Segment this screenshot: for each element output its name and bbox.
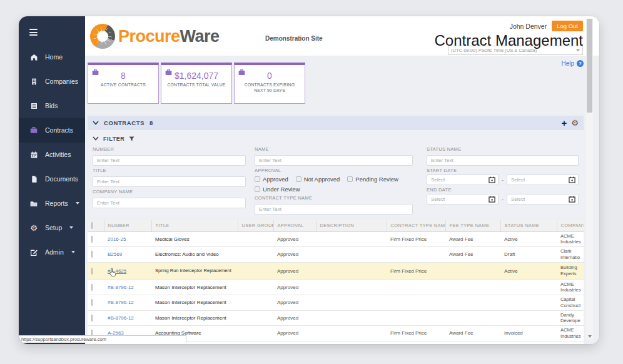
header-right: John Denver Log Out Contract Management … [435, 21, 583, 55]
sidebar-item-admin[interactable]: Admin [19, 240, 85, 265]
calendar-icon[interactable] [569, 196, 575, 203]
checkbox-pending-review[interactable]: Pending Review [347, 176, 398, 183]
calendar-icon[interactable] [569, 176, 575, 183]
calendar-icon[interactable] [489, 196, 495, 203]
sidebar-item-label: Activities [45, 151, 71, 158]
contract-number-link[interactable]: #B-8796-12 [108, 300, 134, 305]
sidebar-item-label: Bids [45, 102, 58, 109]
contract-number-link[interactable]: B2569 [108, 251, 122, 257]
col-contract-type[interactable]: CONTRACT TYPE NAME [387, 220, 445, 231]
row-checkbox[interactable] [91, 284, 93, 291]
field-label: STATUS NAME [427, 146, 579, 152]
checkbox-icon[interactable] [91, 222, 93, 229]
table-header-row: NUMBER TITLE USER GROUP ... APPROVAL DES… [88, 220, 584, 231]
site-label: Demonstration Site [265, 35, 323, 42]
help-link[interactable]: Help ? [561, 60, 584, 67]
caret-down-icon [69, 226, 73, 229]
row-checkbox[interactable] [91, 251, 93, 258]
brand-logo[interactable]: ProcureWare [90, 24, 220, 49]
contract-number-link[interactable]: 2016-25 [108, 236, 126, 242]
add-contract-button[interactable]: + [562, 118, 567, 128]
table-row-highlighted[interactable]: #A-4625 Spring Run Interceptor Replaceme… [88, 262, 584, 280]
calendar-icon[interactable] [489, 176, 495, 183]
card-label: ACTIVE CONTRACTS [88, 82, 158, 88]
scrollbar-thumb[interactable] [587, 19, 592, 113]
col-number[interactable]: NUMBER [104, 220, 151, 231]
gear-icon: ⚙ [29, 223, 38, 232]
start-date-to-select[interactable]: Select [507, 174, 579, 185]
briefcase-icon [238, 68, 246, 79]
col-fee-type[interactable]: FEE TYPE NAME [445, 220, 500, 231]
filter-title-input[interactable] [93, 176, 246, 187]
col-approval[interactable]: APPROVAL [273, 220, 316, 231]
start-date-from-select[interactable]: Select [427, 174, 499, 185]
filter-collapse-chevron-icon[interactable] [93, 136, 99, 141]
col-description[interactable]: DESCRIPTION [316, 220, 387, 231]
row-checkbox[interactable] [91, 236, 93, 243]
section-title: CONTRACTS [104, 119, 144, 126]
filter-number-input[interactable] [93, 155, 246, 166]
vertical-scrollbar[interactable] [586, 19, 593, 340]
sidebar-item-reports[interactable]: Reports [19, 191, 85, 216]
checkbox-approved[interactable]: Approved [255, 176, 288, 183]
calendar-icon [29, 150, 38, 159]
filter-status-name-input[interactable] [427, 155, 579, 166]
contract-number-link[interactable]: #B-8796-12 [108, 285, 134, 290]
building-icon [29, 77, 38, 86]
col-status[interactable]: STATUS NAME [500, 220, 557, 231]
scrollbar-down-arrow[interactable] [586, 333, 593, 340]
sidebar-item-documents[interactable]: Documents [19, 167, 85, 191]
field-label: COMPANY NAME [93, 189, 246, 195]
checkbox-not-approved[interactable]: Not Approved [296, 176, 340, 183]
end-date-from-select[interactable]: Select [427, 194, 499, 205]
row-checkbox[interactable] [91, 299, 93, 306]
sidebar-item-label: Documents [45, 175, 78, 183]
table-row[interactable]: 2016-25 Medical Gloves Approved Firm Fix… [88, 231, 584, 247]
sidebar-item-label: Contracts [45, 126, 73, 134]
sidebar-item-contracts[interactable]: Contracts [19, 118, 85, 143]
filter-company-name-input[interactable] [93, 198, 246, 208]
sidebar-item-setup[interactable]: ⚙ Setup [19, 216, 85, 240]
main-area: ProcureWare Demonstration Site John Denv… [85, 16, 599, 344]
logout-button[interactable]: Log Out [552, 21, 583, 31]
sidebar-item-activities[interactable]: Activities [19, 143, 85, 167]
page-title: Contract Management [435, 32, 583, 49]
col-user-group[interactable]: USER GROUP ... [238, 220, 273, 231]
menu-icon[interactable] [29, 29, 38, 38]
row-checkbox[interactable] [91, 268, 93, 275]
browser-window: Home Companies Bids Contracts Activities [19, 16, 599, 344]
sidebar-item-label: Home [45, 53, 63, 61]
sidebar-item-home[interactable]: Home [19, 45, 85, 69]
brand-name: ProcureWare [118, 27, 220, 46]
field-label: NUMBER [93, 146, 246, 152]
table-row[interactable]: #B-8796-12 Mason Interceptor Replacement… [88, 295, 584, 311]
settings-gear-icon[interactable]: ⚙ [571, 119, 579, 127]
table-row[interactable]: B2569 Electronics: Audio and Video Appro… [88, 247, 584, 263]
card-total-value: $1,624,077 CONTRACTS TOTAL VALUE [161, 63, 232, 104]
briefcase-icon [165, 68, 173, 79]
collapse-chevron-icon[interactable] [93, 121, 99, 125]
section-count: 8 [149, 119, 153, 126]
field-label: END DATE [427, 187, 579, 193]
row-checkbox[interactable] [91, 315, 93, 321]
contract-number-link[interactable]: #B-8796-12 [108, 315, 134, 321]
checkbox-icon [347, 176, 353, 182]
filter-contract-type-input[interactable] [255, 204, 413, 215]
briefcase-icon [29, 126, 38, 134]
select-all-header[interactable] [88, 220, 104, 231]
col-title[interactable]: TITLE [151, 220, 238, 231]
end-date-to-select[interactable]: Select [507, 194, 579, 205]
col-company[interactable]: COMPANY [557, 220, 584, 231]
briefcase-icon [91, 68, 99, 79]
filter-title: FILTER [103, 136, 124, 142]
filter-name-input[interactable] [255, 155, 413, 166]
funnel-icon[interactable] [129, 136, 134, 141]
sidebar-item-companies[interactable]: Companies [19, 69, 85, 94]
table-row[interactable]: #B-8796-12 Mason Interceptor Replacement… [88, 280, 584, 295]
folder-icon [29, 199, 38, 208]
checkbox-under-review[interactable]: Under Review [255, 186, 300, 193]
table-row[interactable]: #B-8796-12 Mason Interceptor Replacement… [88, 310, 584, 326]
sidebar-item-bids[interactable]: Bids [19, 94, 85, 118]
contract-number-link[interactable]: #A-4625 [108, 268, 126, 274]
chevron-down-icon [576, 49, 580, 51]
